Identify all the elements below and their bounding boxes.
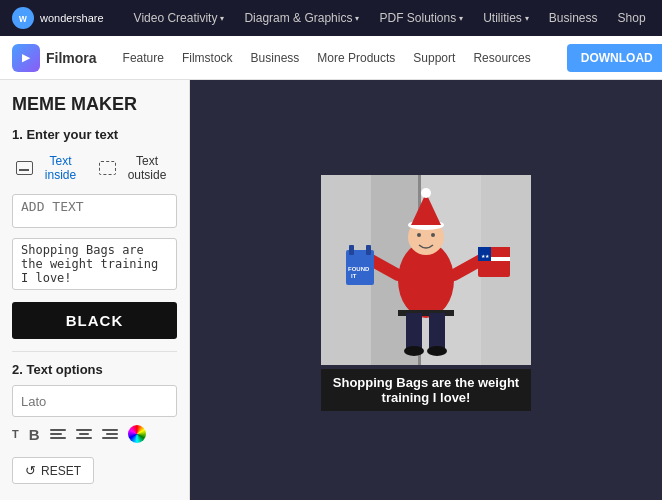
text-inside-icon [16,161,33,175]
nav-diagram-graphics[interactable]: Diagram & Graphics ▾ [244,11,359,25]
svg-rect-17 [478,265,510,269]
svg-text:★★: ★★ [481,253,490,259]
logo-icon: w [12,7,34,29]
text-position-selector: Text inside Text outside [12,152,177,184]
text-outside-icon [99,161,116,175]
nav-utilities[interactable]: Utilities ▾ [483,11,529,25]
color-black-button[interactable]: BLACK [12,302,177,339]
reset-icon: ↺ [25,463,36,478]
nav-feature[interactable]: Feature [123,51,164,65]
svg-text:IT: IT [351,273,357,279]
svg-rect-12 [349,245,354,255]
filmora-icon: ▶ [12,44,40,72]
sidebar: MEME MAKER 1. Enter your text Text insid… [0,80,190,500]
wondershare-logo[interactable]: w wondershare [12,7,104,29]
nav-shop[interactable]: Shop [618,11,646,25]
align-center-icon[interactable] [76,429,92,439]
text-inside-button[interactable]: Text inside [12,152,87,184]
filmora-brand: Filmora [46,50,97,66]
nav-video-creativity[interactable]: Video Creativity ▾ [134,11,225,25]
nav-more-products[interactable]: More Products [317,51,395,65]
section-text-options: 2. Text options [12,351,177,377]
svg-point-26 [431,233,435,237]
add-text-input[interactable] [12,194,177,228]
svg-point-8 [421,188,431,198]
secondary-navigation: ▶ Filmora Feature Filmstock Business Mor… [0,36,662,80]
app-title: MEME MAKER [12,94,177,115]
nav-support[interactable]: Support [413,51,455,65]
bold-icon[interactable]: B [29,426,40,443]
nav-business[interactable]: Business [251,51,300,65]
main-layout: MEME MAKER 1. Enter your text Text insid… [0,80,662,500]
nav-resources[interactable]: Resources [473,51,530,65]
nav-pdf-solutions[interactable]: PDF Solutions ▾ [379,11,463,25]
align-left-icon[interactable] [50,429,66,439]
svg-point-24 [427,346,447,356]
svg-text:FOUND: FOUND [348,266,370,272]
text-tools-bar: T B [12,425,177,443]
font-selector[interactable] [12,385,177,417]
section-enter-text: 1. Enter your text [12,127,177,142]
nav-filmstock[interactable]: Filmstock [182,51,233,65]
svg-point-23 [404,346,424,356]
filmora-logo[interactable]: ▶ Filmora [12,44,97,72]
meme-caption: Shopping Bags are the weight training I … [321,369,531,411]
meme-scene-image: ★★ FOUND IT [321,175,531,365]
align-right-icon[interactable] [102,429,118,439]
text-outside-button[interactable]: Text outside [95,152,177,184]
top-navigation: w wondershare Video Creativity ▾ Diagram… [0,0,662,36]
color-picker-icon[interactable] [128,425,146,443]
canvas-area: ★★ FOUND IT Shopping Bags a [190,80,662,500]
chevron-down-icon: ▾ [220,14,224,23]
brand-name: wondershare [40,12,104,24]
chevron-down-icon: ▾ [355,14,359,23]
bottom-text-input[interactable]: Shopping Bags are the weight training I … [12,238,177,290]
chevron-down-icon: ▾ [525,14,529,23]
nav-business[interactable]: Business [549,11,598,25]
meme-container: ★★ FOUND IT Shopping Bags a [321,175,531,405]
svg-rect-13 [366,245,371,255]
reset-button[interactable]: ↺ RESET [12,457,94,484]
font-size-small-icon[interactable]: T [12,428,19,440]
svg-point-25 [417,233,421,237]
chevron-down-icon: ▾ [459,14,463,23]
download-button[interactable]: DOWNLOAD [567,44,662,72]
